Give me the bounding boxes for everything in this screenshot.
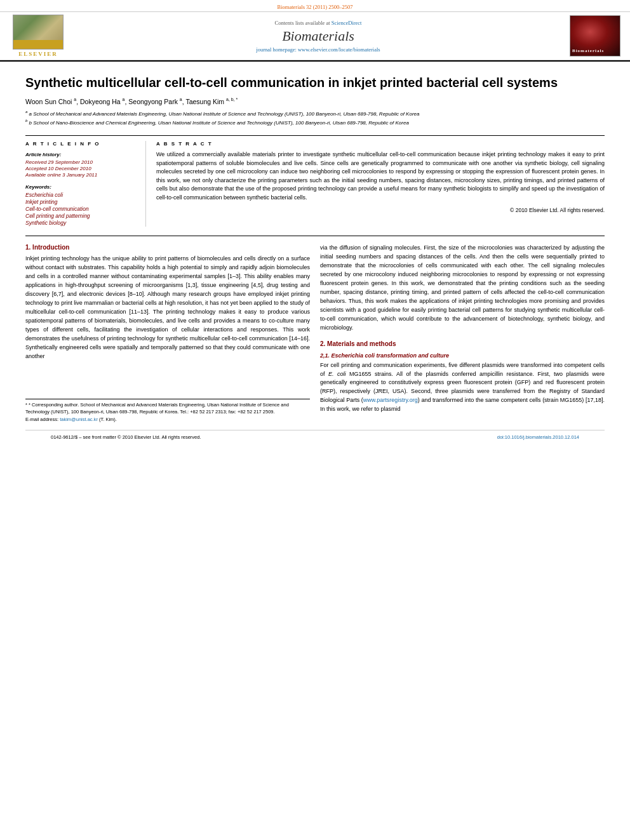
affiliation-a: a a School of Mechanical and Advanced Ma… xyxy=(25,109,605,117)
biomaterials-logo-box: Biomaterials xyxy=(566,15,624,57)
available-date: Available online 3 January 2011 xyxy=(25,172,139,178)
paper-title: Synthetic multicellular cell-to-cell com… xyxy=(25,74,605,91)
accepted-date: Accepted 10 December 2010 xyxy=(25,166,139,171)
article-info: A R T I C L E I N F O Article history: R… xyxy=(25,141,146,227)
copyright-line: © 2010 Elsevier Ltd. All rights reserved… xyxy=(156,207,605,213)
intro-heading: 1. Introduction xyxy=(25,244,310,251)
affiliations: a a School of Mechanical and Advanced Ma… xyxy=(25,109,605,127)
homepage-link[interactable]: journal homepage: www.elsevier.com/locat… xyxy=(256,46,380,53)
journal-name: Biomaterials xyxy=(70,28,566,44)
footnote-email: E-mail address: takim@unist.ac.kr (T. Ki… xyxy=(25,417,310,423)
paper-authors: Woon Sun Choi a, Dokyeong Ha a, Seongyon… xyxy=(25,97,605,105)
footnote-area: * * Corresponding author. School of Mech… xyxy=(25,399,310,423)
keyword-3: Cell-to-cell communication xyxy=(25,206,139,212)
paper-body: Synthetic multicellular cell-to-cell com… xyxy=(0,62,630,457)
journal-banner: ELSEVIER Contents lists available at Sci… xyxy=(0,11,630,60)
materials-text: For cell printing and communication expe… xyxy=(320,361,605,415)
partsregistry-link[interactable]: www.partsregistry.org xyxy=(363,397,418,403)
journal-header: Biomaterials 32 (2011) 2500–2507 ELSEVIE… xyxy=(0,0,630,62)
keywords-title: Keywords: xyxy=(25,184,139,190)
ecoli-heading: 2,1. Escherichia coli transformation and… xyxy=(320,352,605,359)
keyword-5: Synthetic biology xyxy=(25,220,139,226)
section-divider-bottom xyxy=(25,236,605,236)
doi-link[interactable]: doi:10.1016/j.biomaterials.2010.12.014 xyxy=(497,434,579,440)
abstract-text: We utilized a commercially available mat… xyxy=(156,150,605,202)
article-history-title: Article history: xyxy=(25,152,139,157)
materials-heading: 2. Materials and methods xyxy=(320,340,605,347)
elsevier-logo: ELSEVIER xyxy=(6,15,70,57)
sciencedirect-link[interactable]: ScienceDirect xyxy=(332,20,362,26)
body-two-col: 1. Introduction Inkjet printing technolo… xyxy=(25,244,605,423)
abstract-col: A B S T R A C T We utilized a commercial… xyxy=(156,141,605,227)
journal-top-bar: Biomaterials 32 (2011) 2500–2507 xyxy=(0,4,630,10)
keyword-4: Cell printing and patterning xyxy=(25,213,139,219)
sciencedirect-line: Contents lists available at ScienceDirec… xyxy=(70,20,566,26)
footnote-email-link[interactable]: takim@unist.ac.kr xyxy=(60,417,98,422)
body-left-col: 1. Introduction Inkjet printing technolo… xyxy=(25,244,310,423)
biomaterials-logo-img: Biomaterials xyxy=(570,15,620,57)
journal-title-center: Contents lists available at ScienceDirec… xyxy=(70,20,566,53)
footer-copyright: 0142-9612/$ – see front matter © 2010 El… xyxy=(51,434,201,440)
footer: 0142-9612/$ – see front matter © 2010 El… xyxy=(25,430,605,444)
journal-homepage: journal homepage: www.elsevier.com/locat… xyxy=(70,46,566,53)
abstract-title: A B S T R A C T xyxy=(156,141,605,147)
body-right-col: via the diffusion of signaling molecules… xyxy=(320,244,605,423)
received-date: Received 29 September 2010 xyxy=(25,159,139,165)
article-info-abstract: A R T I C L E I N F O Article history: R… xyxy=(25,141,605,227)
elsevier-img xyxy=(13,15,64,50)
affiliation-b: b b School of Nano-Bioscience and Chemic… xyxy=(25,118,605,126)
keyword-1: Escherichia coli xyxy=(25,192,139,198)
elsevier-wordmark: ELSEVIER xyxy=(18,51,58,57)
journal-citation: Biomaterials 32 (2011) 2500–2507 xyxy=(278,4,353,10)
article-info-title: A R T I C L E I N F O xyxy=(25,141,139,147)
right-col-intro: via the diffusion of signaling molecules… xyxy=(320,244,605,332)
keyword-2: Inkjet printing xyxy=(25,199,139,205)
footnote-corresponding: * * Corresponding author. School of Mech… xyxy=(25,402,310,415)
section-divider-top xyxy=(25,135,605,136)
intro-para-1: Inkjet printing technology has the uniqu… xyxy=(25,255,310,361)
biomaterials-logo-text: Biomaterials xyxy=(572,48,604,53)
footer-doi: doi:10.1016/j.biomaterials.2010.12.014 xyxy=(497,434,579,440)
